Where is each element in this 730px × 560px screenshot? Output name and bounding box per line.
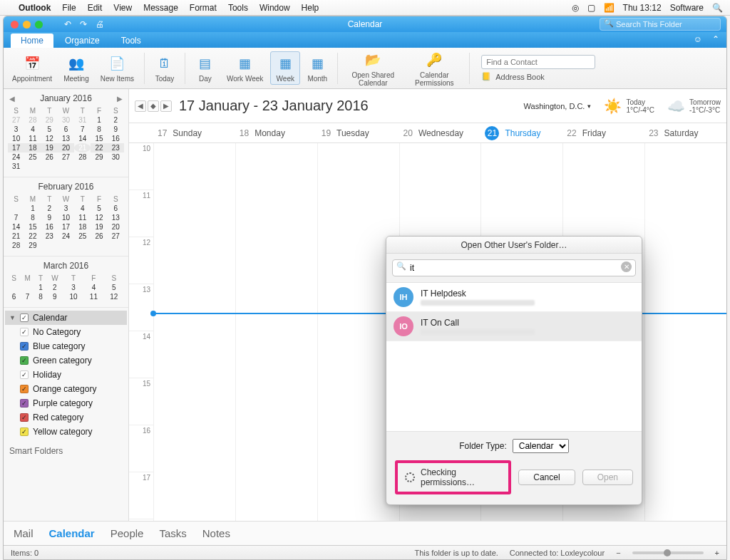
- cloud-icon: ☁️: [667, 98, 685, 115]
- mini-calendar-january[interactable]: ◀January 2016▶ SMTWTFS 272829303112 3456…: [4, 89, 128, 177]
- smart-folders[interactable]: Smart Folders: [4, 442, 128, 460]
- day-header-cell[interactable]: 20Wednesday: [399, 128, 481, 138]
- folder-search[interactable]: [600, 18, 721, 31]
- mini-cal-grid[interactable]: SMTWTFS 272829303112 3456789 10111213141…: [8, 106, 124, 171]
- window-minimize[interactable]: [23, 21, 31, 28]
- dialog-search-input[interactable]: [392, 259, 636, 276]
- spotlight-icon[interactable]: 🔍: [712, 3, 723, 13]
- ribbon-permissions[interactable]: 🔑Calendar Permissions: [405, 48, 463, 88]
- category-swatch[interactable]: ✓: [20, 427, 29, 436]
- day-header-cell[interactable]: 18Monday: [235, 128, 317, 138]
- module-mail[interactable]: Mail: [14, 527, 34, 539]
- window-close[interactable]: [11, 21, 19, 28]
- zoom-in-icon[interactable]: +: [715, 549, 719, 557]
- tab-home[interactable]: Home: [11, 33, 53, 48]
- ribbon-work-week[interactable]: ▦Work Week: [222, 52, 267, 84]
- ribbon-week[interactable]: ▦Week: [270, 51, 300, 85]
- mini-calendar-march[interactable]: March 2016 SMTWTFS 12345 6789101112: [4, 256, 128, 308]
- next-month-icon[interactable]: ▶: [117, 95, 123, 103]
- nav-next-icon[interactable]: ▶: [160, 100, 172, 112]
- address-book-button[interactable]: 📒Address Book: [481, 72, 595, 81]
- ribbon-open-shared[interactable]: 📂Open Shared Calendar: [344, 48, 402, 88]
- menubar-user[interactable]: Software: [670, 3, 704, 13]
- nav-today-icon[interactable]: ◆: [148, 100, 159, 112]
- menu-message[interactable]: Message: [143, 3, 178, 13]
- module-notes[interactable]: Notes: [202, 527, 230, 539]
- category-row[interactable]: ✓ Red category: [5, 410, 127, 425]
- print-icon[interactable]: 🖨: [96, 19, 104, 29]
- module-calendar[interactable]: Calendar: [49, 527, 95, 539]
- category-swatch[interactable]: ✓: [20, 385, 29, 393]
- category-row[interactable]: ✓ Holiday: [5, 368, 127, 382]
- zoom-out-icon[interactable]: −: [616, 549, 620, 557]
- day-header-cell[interactable]: 19Tuesday: [317, 128, 399, 138]
- day-header-cell[interactable]: 23Saturday: [644, 128, 726, 138]
- category-label: Holiday: [33, 370, 61, 380]
- ribbon-meeting[interactable]: 👥Meeting: [59, 52, 93, 84]
- mini-calendar-february[interactable]: February 2016 SMTWTFS 123456 78910111213…: [4, 177, 128, 256]
- weather-location[interactable]: Washington, D.C.▾: [524, 102, 592, 110]
- category-row[interactable]: ✓ Blue category: [5, 339, 127, 353]
- category-label: Purple category: [33, 398, 93, 408]
- prev-month-icon[interactable]: ◀: [9, 95, 15, 103]
- menu-tools[interactable]: Tools: [228, 3, 248, 13]
- window-titlebar: ↶ ↷ 🖨 Calendar: [4, 16, 726, 32]
- search-result[interactable]: IH IT Helpdesk: [386, 283, 642, 312]
- open-other-folder-dialog: Open Other User's Folder… ✕ IH IT Helpde…: [386, 236, 642, 505]
- ribbon-collapse-icon[interactable]: ⌃: [712, 34, 719, 44]
- menu-file[interactable]: File: [62, 3, 76, 13]
- cancel-button[interactable]: Cancel: [518, 470, 575, 485]
- tab-organize[interactable]: Organize: [55, 33, 110, 48]
- clear-search-icon[interactable]: ✕: [621, 261, 632, 272]
- category-label: Green category: [33, 356, 92, 365]
- app-name[interactable]: Outlook: [19, 3, 51, 13]
- category-swatch[interactable]: ✓: [20, 356, 29, 365]
- menu-help[interactable]: Help: [302, 3, 319, 13]
- obs-icon[interactable]: ◎: [572, 3, 579, 13]
- search-result[interactable]: IO IT On Call: [386, 312, 642, 341]
- category-swatch[interactable]: ✓: [20, 370, 29, 379]
- category-swatch[interactable]: ✓: [20, 342, 29, 351]
- window-zoom[interactable]: [35, 21, 43, 28]
- category-swatch[interactable]: ✓: [20, 399, 29, 408]
- wifi-icon[interactable]: 📶: [604, 3, 615, 13]
- tab-tools[interactable]: Tools: [111, 33, 151, 48]
- undo-icon[interactable]: ↶: [64, 19, 71, 29]
- ribbon-today[interactable]: 🗓Today: [150, 52, 179, 84]
- ribbon-day[interactable]: ▤Day: [191, 52, 220, 84]
- ribbon-month[interactable]: ▦Month: [303, 52, 331, 84]
- mini-cal-grid[interactable]: SMTWTFS 123456 78910111213 1415161718192…: [8, 195, 124, 250]
- open-button[interactable]: Open: [582, 470, 633, 485]
- category-swatch[interactable]: ✓: [20, 328, 29, 336]
- category-row[interactable]: ✓ Orange category: [5, 382, 127, 396]
- category-label: Orange category: [33, 384, 96, 394]
- find-contact-input[interactable]: [481, 55, 595, 69]
- category-row[interactable]: ✓ Yellow category: [5, 425, 127, 439]
- redo-icon[interactable]: ↷: [80, 19, 87, 29]
- ribbon-new-items[interactable]: 📄New Items: [96, 52, 138, 84]
- module-people[interactable]: People: [110, 527, 144, 539]
- folder-type-select[interactable]: Calendar: [513, 439, 569, 453]
- category-row[interactable]: ✓ No Category: [5, 325, 127, 339]
- menu-window[interactable]: Window: [259, 3, 290, 13]
- category-row[interactable]: ✓ Purple category: [5, 396, 127, 410]
- day-header-cell[interactable]: 17Sunday: [153, 128, 235, 138]
- folder-search-input[interactable]: [600, 18, 721, 31]
- menu-edit[interactable]: Edit: [88, 3, 103, 13]
- airplay-icon[interactable]: ▢: [587, 3, 595, 13]
- calendar-list-calendar[interactable]: ▼ ✓ Calendar: [5, 311, 127, 325]
- category-row[interactable]: ✓ Green category: [5, 353, 127, 368]
- module-tasks[interactable]: Tasks: [159, 527, 186, 539]
- nav-prev-icon[interactable]: ◀: [135, 100, 146, 112]
- menu-view[interactable]: View: [113, 3, 132, 13]
- day-header-cell[interactable]: 21Thursday: [480, 126, 562, 140]
- mini-cal-grid[interactable]: SMTWTFS 12345 6789101112: [8, 274, 124, 301]
- feedback-smiley-icon[interactable]: ☺: [694, 34, 702, 44]
- category-swatch[interactable]: ✓: [20, 413, 29, 422]
- checkbox-icon[interactable]: ✓: [20, 313, 29, 322]
- menubar-clock[interactable]: Thu 13:12: [623, 3, 662, 13]
- zoom-slider[interactable]: [632, 551, 704, 554]
- day-header-cell[interactable]: 22Friday: [562, 128, 644, 138]
- ribbon-appointment[interactable]: 📅Appointment: [8, 52, 56, 84]
- menu-format[interactable]: Format: [190, 3, 217, 13]
